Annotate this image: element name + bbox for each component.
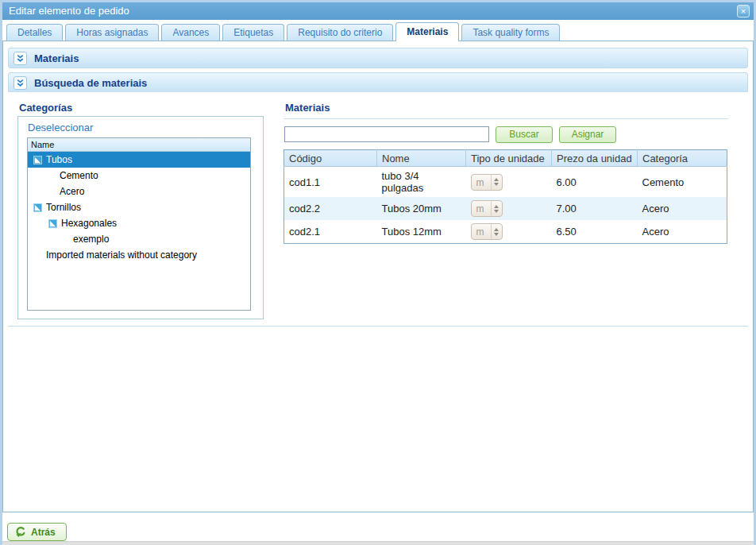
material-price: 7.00 bbox=[552, 197, 638, 220]
tree-item-label: Cemento bbox=[60, 170, 98, 181]
unit-value: m bbox=[472, 201, 491, 216]
search-panel-title: Búsqueda de materiais bbox=[34, 77, 147, 89]
search-collapse-header[interactable]: Búsqueda de materiais bbox=[8, 72, 748, 93]
material-price: 6.00 bbox=[552, 167, 638, 198]
close-icon[interactable]: × bbox=[737, 5, 750, 17]
materials-table: Código Nome Tipo de unidade Prezo da uni… bbox=[284, 149, 727, 244]
material-category: Acero bbox=[638, 197, 727, 220]
tree-item-label: Hexagonales bbox=[61, 218, 117, 229]
deselect-link[interactable]: Deseleccionar bbox=[28, 122, 93, 133]
tab-requisito-do-criterio[interactable]: Requisito do criterio bbox=[287, 24, 393, 41]
material-row[interactable]: cod2.1 Tubos 12mm m 6.50 Acero bbox=[284, 220, 727, 244]
materials-tab-panel: Materiais Búsqueda de materiais Categorí… bbox=[2, 41, 754, 512]
tree-item-label: Imported materials without category bbox=[46, 249, 197, 261]
categories-box: Deseleccionar Name Tubos Cemento Acero bbox=[17, 116, 264, 319]
back-button[interactable]: Atrás bbox=[7, 523, 67, 541]
tree-item-tubos[interactable]: Tubos bbox=[28, 152, 250, 168]
search-button[interactable]: Buscar bbox=[496, 126, 553, 143]
tree-item-acero[interactable]: Acero bbox=[28, 184, 250, 199]
spinner-arrows-icon bbox=[491, 224, 502, 239]
collapse-chevron-icon[interactable] bbox=[14, 76, 27, 90]
dialog-title: Editar elemento de pedido bbox=[9, 5, 129, 17]
assign-button[interactable]: Asignar bbox=[559, 126, 616, 143]
table-header-row: Código Nome Tipo de unidade Prezo da uni… bbox=[284, 150, 727, 167]
tab-avances[interactable]: Avances bbox=[161, 24, 220, 41]
tree-item-cemento[interactable]: Cemento bbox=[28, 168, 250, 184]
material-code: cod2.1 bbox=[284, 220, 377, 244]
material-category: Acero bbox=[638, 220, 727, 244]
tab-bar: Detalles Horas asignadas Avances Etiquet… bbox=[2, 20, 754, 41]
material-code: cod1.1 bbox=[284, 167, 377, 198]
materials-panel-title: Materiais bbox=[34, 52, 79, 64]
materials-collapse-header[interactable]: Materiais bbox=[8, 48, 748, 68]
category-tree: Name Tubos Cemento Acero Tornillos bbox=[27, 137, 251, 311]
tree-item-hexagonales[interactable]: Hexagonales bbox=[28, 215, 250, 231]
unit-spinner: m bbox=[471, 223, 503, 240]
tree-item-imported-materials[interactable]: Imported materials without category bbox=[28, 247, 250, 263]
tab-horas-asignadas[interactable]: Horas asignadas bbox=[65, 24, 159, 41]
back-button-label: Atrás bbox=[31, 527, 56, 538]
spinner-arrows-icon bbox=[491, 201, 502, 216]
window-bottom-edge bbox=[2, 541, 754, 545]
back-arrow-icon bbox=[14, 526, 26, 538]
tab-task-quality-forms[interactable]: Task quality forms bbox=[461, 24, 560, 41]
material-category: Cemento bbox=[638, 167, 727, 198]
tab-detalles[interactable]: Detalles bbox=[6, 24, 63, 41]
column-header-prezo-da-unidad[interactable]: Prezo da unidad bbox=[552, 150, 638, 167]
edit-order-element-dialog: Editar elemento de pedido × Detalles Hor… bbox=[0, 0, 756, 545]
categories-heading: Categorías bbox=[19, 102, 72, 114]
unit-spinner: m bbox=[471, 174, 503, 191]
tree-item-label: exemplo bbox=[73, 234, 109, 245]
unit-value: m bbox=[472, 175, 491, 190]
column-header-codigo[interactable]: Código bbox=[284, 150, 377, 167]
tab-materiais[interactable]: Materiais bbox=[395, 22, 459, 41]
dialog-titlebar: Editar elemento de pedido × bbox=[2, 2, 754, 20]
material-price: 6.50 bbox=[552, 220, 638, 244]
tree-expander-icon[interactable] bbox=[33, 203, 42, 212]
spinner-arrows-icon bbox=[491, 175, 502, 190]
column-header-categoria[interactable]: Categoría bbox=[638, 150, 727, 167]
tree-expander-icon[interactable] bbox=[48, 219, 57, 228]
material-row[interactable]: cod2.2 Tubos 20mm m 7.00 Acero bbox=[284, 197, 727, 220]
tree-item-label: Acero bbox=[60, 186, 84, 197]
tree-item-label: Tornillos bbox=[46, 202, 81, 213]
column-header-nome[interactable]: Nome bbox=[377, 150, 466, 167]
heading-divider bbox=[284, 118, 728, 119]
material-name: Tubos 12mm bbox=[377, 220, 466, 244]
material-code: cod2.2 bbox=[284, 197, 377, 220]
column-header-tipo-de-unidade[interactable]: Tipo de unidade bbox=[466, 150, 552, 167]
material-name: Tubos 20mm bbox=[377, 197, 466, 220]
tab-etiquetas[interactable]: Etiquetas bbox=[222, 24, 284, 41]
tree-item-label: Tubos bbox=[46, 154, 72, 165]
materials-heading: Materiais bbox=[285, 102, 330, 114]
tree-expander-icon[interactable] bbox=[33, 156, 42, 164]
material-search-input[interactable] bbox=[284, 126, 489, 142]
tree-column-header: Name bbox=[28, 138, 250, 152]
collapse-chevron-icon[interactable] bbox=[14, 52, 27, 65]
material-name: tubo 3/4 pulgadas bbox=[377, 167, 466, 198]
tree-item-exemplo[interactable]: exemplo bbox=[28, 231, 250, 247]
tree-item-tornillos[interactable]: Tornillos bbox=[28, 199, 250, 215]
unit-value: m bbox=[472, 224, 491, 239]
unit-spinner: m bbox=[471, 200, 503, 217]
search-panel-body: Categorías Deseleccionar Name Tubos Ceme… bbox=[8, 92, 748, 327]
material-row[interactable]: cod1.1 tubo 3/4 pulgadas m 6.00 Cemento bbox=[284, 167, 727, 198]
